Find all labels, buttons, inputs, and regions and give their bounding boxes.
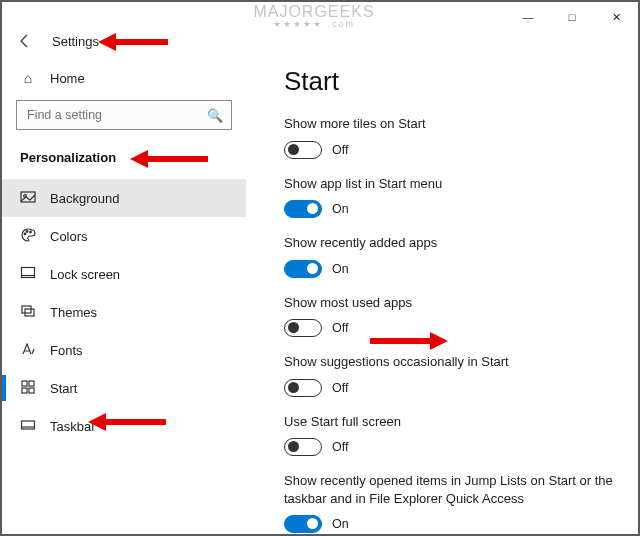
sidebar-item-label: Colors — [50, 229, 88, 244]
sidebar-item-label: Home — [50, 71, 85, 86]
watermark: MAJORGEEKS ★★★★★ .com — [234, 4, 394, 38]
back-button[interactable] — [16, 32, 34, 50]
setting-option: Show recently opened items in Jump Lists… — [284, 472, 614, 533]
toggle-state: Off — [332, 143, 348, 157]
setting-label: Show most used apps — [284, 294, 614, 312]
sidebar-item-label: Fonts — [50, 343, 83, 358]
search-icon: 🔍 — [207, 108, 223, 123]
sidebar-item-label: Themes — [50, 305, 97, 320]
lock-screen-icon — [20, 265, 36, 284]
svg-rect-11 — [29, 388, 34, 393]
app-title: Settings — [52, 34, 99, 49]
setting-label: Show more tiles on Start — [284, 115, 614, 133]
setting-label: Show suggestions occasionally in Start — [284, 353, 614, 371]
svg-point-4 — [30, 231, 32, 233]
setting-option: Show suggestions occasionally in StartOf… — [284, 353, 614, 397]
setting-label: Use Start full screen — [284, 413, 614, 431]
toggle-state: Off — [332, 321, 348, 335]
settings-window: MAJORGEEKS ★★★★★ .com — □ ✕ Settings ⌂ H… — [2, 2, 638, 534]
setting-label: Show app list in Start menu — [284, 175, 614, 193]
sidebar-item-colors[interactable]: Colors — [2, 217, 246, 255]
sidebar-item-background[interactable]: Background — [2, 179, 246, 217]
toggle-switch[interactable] — [284, 319, 322, 337]
toggle-switch[interactable] — [284, 379, 322, 397]
sidebar: ⌂ Home 🔍 Personalization Background Colo… — [2, 56, 246, 534]
main-pane: Start Show more tiles on StartOffShow ap… — [246, 56, 638, 534]
toggle-state: On — [332, 202, 349, 216]
toggle-switch[interactable] — [284, 200, 322, 218]
start-icon — [20, 379, 36, 398]
sidebar-item-themes[interactable]: Themes — [2, 293, 246, 331]
toggle-switch[interactable] — [284, 438, 322, 456]
sidebar-item-label: Start — [50, 381, 77, 396]
minimize-button[interactable]: — — [506, 2, 550, 32]
sidebar-item-start[interactable]: Start — [2, 369, 246, 407]
svg-rect-10 — [22, 388, 27, 393]
setting-option: Show app list in Start menuOn — [284, 175, 614, 219]
toggle-state: Off — [332, 381, 348, 395]
page-title: Start — [284, 66, 614, 97]
maximize-button[interactable]: □ — [550, 2, 594, 32]
toggle-switch[interactable] — [284, 141, 322, 159]
setting-option: Use Start full screenOff — [284, 413, 614, 457]
palette-icon — [20, 227, 36, 246]
svg-rect-12 — [22, 421, 35, 429]
sidebar-item-label: Background — [50, 191, 119, 206]
sidebar-item-home[interactable]: ⌂ Home — [2, 62, 246, 94]
toggle-state: On — [332, 517, 349, 531]
svg-rect-9 — [29, 381, 34, 386]
home-icon: ⌂ — [20, 70, 36, 86]
setting-label: Show recently added apps — [284, 234, 614, 252]
setting-option: Show more tiles on StartOff — [284, 115, 614, 159]
arrow-left-icon — [17, 33, 33, 49]
close-button[interactable]: ✕ — [594, 2, 638, 32]
toggle-switch[interactable] — [284, 260, 322, 278]
sidebar-item-taskbar[interactable]: Taskbar — [2, 407, 246, 445]
fonts-icon — [20, 341, 36, 360]
setting-option: Show most used appsOff — [284, 294, 614, 338]
taskbar-icon — [20, 417, 36, 436]
search-box[interactable]: 🔍 — [16, 100, 232, 130]
sidebar-item-lockscreen[interactable]: Lock screen — [2, 255, 246, 293]
sidebar-item-fonts[interactable]: Fonts — [2, 331, 246, 369]
setting-option: Show recently added appsOn — [284, 234, 614, 278]
themes-icon — [20, 303, 36, 322]
svg-point-3 — [26, 230, 28, 232]
search-input[interactable] — [25, 107, 207, 123]
picture-icon — [20, 189, 36, 208]
category-heading: Personalization — [2, 140, 246, 179]
sidebar-nav: Background Colors Lock screen Themes Fon… — [2, 179, 246, 445]
setting-label: Show recently opened items in Jump Lists… — [284, 472, 614, 507]
svg-point-2 — [24, 233, 26, 235]
toggle-switch[interactable] — [284, 515, 322, 533]
toggle-state: On — [332, 262, 349, 276]
svg-rect-8 — [22, 381, 27, 386]
toggle-state: Off — [332, 440, 348, 454]
sidebar-item-label: Taskbar — [50, 419, 96, 434]
sidebar-item-label: Lock screen — [50, 267, 120, 282]
